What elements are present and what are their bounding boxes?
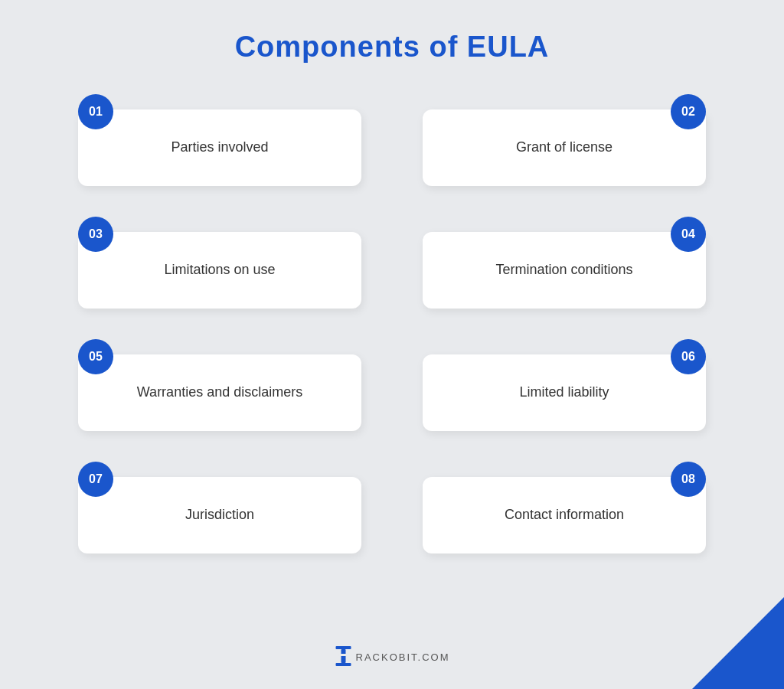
badge-06: 06: [671, 339, 706, 374]
badge-08: 08: [671, 462, 706, 497]
card-label-06: Limited liability: [519, 383, 609, 402]
svg-rect-3: [338, 654, 349, 656]
card-02: Grant of license: [423, 109, 706, 186]
badge-04: 04: [671, 217, 706, 252]
card-08: Contact information: [423, 477, 706, 553]
badge-02: 02: [671, 94, 706, 129]
card-label-02: Grant of license: [516, 138, 612, 157]
card-label-08: Contact information: [505, 505, 624, 524]
footer: RACKOBIT.COM: [335, 646, 450, 668]
card-wrapper-06: 06Limited liability: [423, 339, 706, 431]
brand-text: RACKOBIT.COM: [356, 651, 450, 663]
card-wrapper-07: 07Jurisdiction: [78, 462, 361, 553]
card-05: Warranties and disclaimers: [78, 354, 361, 431]
card-label-01: Parties involved: [171, 138, 268, 157]
page-title: Components of EULA: [235, 31, 550, 64]
badge-01: 01: [78, 94, 113, 129]
card-label-03: Limitations on use: [164, 260, 275, 279]
card-wrapper-03: 03Limitations on use: [78, 217, 361, 309]
card-label-04: Termination conditions: [495, 260, 632, 279]
card-04: Termination conditions: [423, 232, 706, 309]
card-07: Jurisdiction: [78, 477, 361, 553]
card-wrapper-08: 08Contact information: [423, 462, 706, 553]
badge-05: 05: [78, 339, 113, 374]
card-label-07: Jurisdiction: [185, 505, 254, 524]
card-label-05: Warranties and disclaimers: [137, 383, 302, 402]
card-wrapper-01: 01Parties involved: [78, 94, 361, 186]
card-wrapper-04: 04Termination conditions: [423, 217, 706, 309]
svg-rect-0: [336, 646, 351, 649]
brand-icon: [335, 646, 353, 668]
decorative-triangle: [692, 597, 784, 689]
badge-03: 03: [78, 217, 113, 252]
card-wrapper-02: 02Grant of license: [423, 94, 706, 186]
badge-07: 07: [78, 462, 113, 497]
brand-logo: RACKOBIT.COM: [335, 646, 450, 668]
card-wrapper-05: 05Warranties and disclaimers: [78, 339, 361, 431]
card-01: Parties involved: [78, 109, 361, 186]
card-03: Limitations on use: [78, 232, 361, 309]
eula-grid: 01Parties involved02Grant of license03Li…: [78, 94, 706, 553]
card-06: Limited liability: [423, 354, 706, 431]
svg-rect-2: [336, 663, 351, 666]
